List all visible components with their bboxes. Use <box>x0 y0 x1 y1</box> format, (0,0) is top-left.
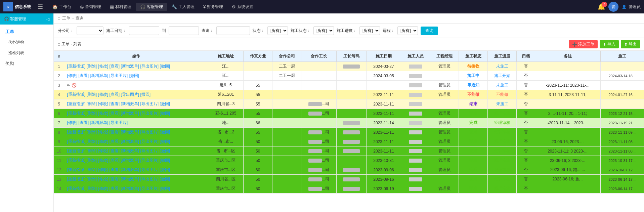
import-button[interactable]: ⬇ 导入 <box>600 40 619 48</box>
action-link[interactable]: [新增派单] <box>121 130 139 134</box>
action-link[interactable]: [导出图片] <box>140 64 159 69</box>
action-link[interactable]: [撤回] <box>160 167 170 172</box>
action-link[interactable]: [修改] <box>98 139 108 144</box>
action-link[interactable]: [修改] <box>67 120 77 125</box>
action-icon[interactable]: ✏ 🚫 <box>67 83 76 88</box>
action-link[interactable]: [重新指派] <box>67 177 85 181</box>
cell-actions[interactable]: [重新指派] [删除] [修改] [查看] [新增派单] [导出图片] [撤回] <box>64 165 208 175</box>
cell-actions[interactable]: [重新指派] [删除] [修改] [查看] [新增派单] [导出图片] [撤回] <box>64 184 208 194</box>
action-link[interactable]: [删除] <box>86 167 97 172</box>
action-link[interactable]: [删除] <box>86 64 97 69</box>
action-link[interactable]: [导出图片] <box>140 139 159 144</box>
nav-service[interactable]: 🎧 客服管理 <box>136 3 167 11</box>
action-link[interactable]: [查看] <box>78 120 89 125</box>
action-link[interactable]: [修改] <box>98 111 108 116</box>
action-link[interactable]: [撤回] <box>160 158 170 163</box>
cell-actions[interactable]: [重新指派] [删除] [修改] [查看] [新增派单] [导出图片] [撤回] <box>64 128 208 137</box>
action-link[interactable]: [新增派单] <box>121 186 139 191</box>
action-link[interactable]: [导出图片] <box>140 167 159 172</box>
action-link[interactable]: [新增派单] <box>121 101 139 106</box>
action-link[interactable]: [修改] <box>98 149 108 153</box>
action-link[interactable]: [查看] <box>109 167 120 172</box>
construct-status-select[interactable]: [所有] <box>313 26 334 35</box>
cell-actions[interactable]: [修改] [查看] [新增派单] [导出图片] <box>64 118 208 128</box>
action-link[interactable]: [撤回] <box>160 64 170 69</box>
action-link[interactable]: [导出图片] <box>140 101 159 106</box>
cell-actions[interactable]: [重新指派] [删除] [修改] [查看] [新增派单] [导出图片] [撤回] <box>64 146 208 156</box>
action-link[interactable]: [查看] <box>109 139 120 144</box>
status-select[interactable]: [所有] <box>267 26 288 35</box>
action-link[interactable]: [查看] <box>109 101 120 106</box>
action-link[interactable]: [重新指派] <box>67 149 85 153</box>
export-button[interactable]: ⬆ 导出 <box>621 40 640 48</box>
action-link[interactable]: [重新指派] <box>67 92 85 97</box>
action-link[interactable]: [新增派单] <box>121 139 139 144</box>
action-link[interactable]: [导出图片] <box>140 177 159 181</box>
add-work-order-button[interactable]: ➕ 添加工单 <box>569 40 598 48</box>
cell-actions[interactable]: [重新指派] [删除] [修改] [查看] [新增派单] [导出图片] [撤回] <box>64 62 208 71</box>
action-link[interactable]: [删除] <box>86 130 97 134</box>
action-link[interactable]: [重新指派] <box>67 158 85 163</box>
action-link[interactable]: [撤回] <box>140 92 151 97</box>
nav-workers[interactable]: 🔧 工人管理 <box>168 3 199 11</box>
action-link[interactable]: [修改] <box>98 92 108 97</box>
action-link[interactable]: [修改] <box>98 158 108 163</box>
action-link[interactable]: [新增派单] <box>90 73 108 78</box>
sidebar-toggle[interactable]: ◁ <box>46 17 49 22</box>
action-link[interactable]: [新增派单] <box>121 149 139 153</box>
nav-materials[interactable]: ▦ 材料管理 <box>106 3 135 11</box>
cell-actions[interactable]: [重新指派] [删除] [修改] [查看] [新增派单] [导出图片] [撤回] <box>64 99 208 109</box>
sidebar-item-patrol-proxy[interactable]: 代办巡检 <box>0 37 53 48</box>
action-link[interactable]: [查看] <box>109 111 120 116</box>
action-link[interactable]: [导出图片] <box>109 120 128 125</box>
sidebar-item-work-order[interactable]: 工单 <box>0 27 53 37</box>
action-link[interactable]: [导出图片] <box>140 149 159 153</box>
action-link[interactable]: [修改] <box>98 177 108 181</box>
action-link[interactable]: [查看] <box>78 73 89 78</box>
action-link[interactable]: [撤回] <box>160 111 170 116</box>
query-input[interactable] <box>216 26 250 35</box>
action-link[interactable]: [删除] <box>86 177 97 181</box>
date-from-input[interactable] <box>129 26 159 35</box>
action-link[interactable]: [删除] <box>86 101 97 106</box>
remote-select[interactable]: [所有] <box>397 26 418 35</box>
action-link[interactable]: [撤回] <box>129 73 139 78</box>
action-link[interactable]: [删除] <box>86 149 97 153</box>
action-link[interactable]: [导出图片] <box>140 158 159 163</box>
action-link[interactable]: [查看] <box>109 177 120 181</box>
menu-icon[interactable]: ☰ <box>38 3 43 10</box>
action-link[interactable]: [新增派单] <box>121 158 139 163</box>
action-link[interactable]: [重新指派] <box>67 167 85 172</box>
action-link[interactable]: [重新指派] <box>67 111 85 116</box>
branch-select[interactable] <box>77 26 103 35</box>
nav-sales[interactable]: ◎ 营销管理 <box>76 3 105 11</box>
action-link[interactable]: [新增派单] <box>90 120 108 125</box>
action-link[interactable]: [删除] <box>86 111 97 116</box>
action-link[interactable]: [导出图片] <box>140 130 159 134</box>
action-link[interactable]: [撤回] <box>160 139 170 144</box>
action-link[interactable]: [删除] <box>86 92 97 97</box>
cell-actions[interactable]: [重新指派] [删除] [修改] [查看] [导出图片] [撤回] <box>64 90 208 99</box>
action-link[interactable]: [撤回] <box>160 186 170 191</box>
action-link[interactable]: [重新指派] <box>67 101 85 106</box>
action-link[interactable]: [重新指派] <box>67 130 85 134</box>
action-link[interactable]: [导出图片] <box>140 111 159 116</box>
action-link[interactable]: [删除] <box>86 158 97 163</box>
action-link[interactable]: [撤回] <box>160 149 170 153</box>
action-link[interactable]: [新增派单] <box>121 64 139 69</box>
nav-workbench[interactable]: 🏠 工作台 <box>48 3 75 11</box>
sidebar-item-patrol-list[interactable]: 巡检列表 <box>0 48 53 58</box>
nav-finance[interactable]: ¥ 财务管理 <box>199 3 227 11</box>
action-link[interactable]: [查看] <box>109 92 120 97</box>
user-avatar[interactable]: 管 <box>608 2 618 12</box>
action-link[interactable]: [修改] <box>98 167 108 172</box>
cell-actions[interactable]: [重新指派] [删除] [修改] [查看] [新增派单] [导出图片] [撤回] <box>64 156 208 165</box>
action-link[interactable]: [撤回] <box>160 101 170 106</box>
action-link[interactable]: [修改] <box>98 64 108 69</box>
action-link[interactable]: [新增派单] <box>121 111 139 116</box>
cell-actions[interactable]: ✏ 🚫 <box>64 81 208 90</box>
action-link[interactable]: [新增派单] <box>121 177 139 181</box>
action-link[interactable]: [查看] <box>109 149 120 153</box>
action-link[interactable]: [修改] <box>98 101 108 106</box>
action-link[interactable]: [修改] <box>67 73 77 78</box>
